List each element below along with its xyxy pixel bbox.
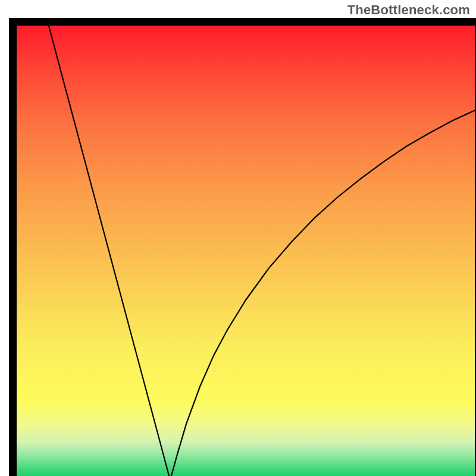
bottleneck-chart: [9, 18, 476, 476]
curve-right-ascent: [170, 110, 475, 476]
curve-left-descent: [49, 26, 170, 476]
attribution-label: TheBottleneck.com: [347, 2, 470, 18]
chart-svg: [17, 26, 475, 476]
